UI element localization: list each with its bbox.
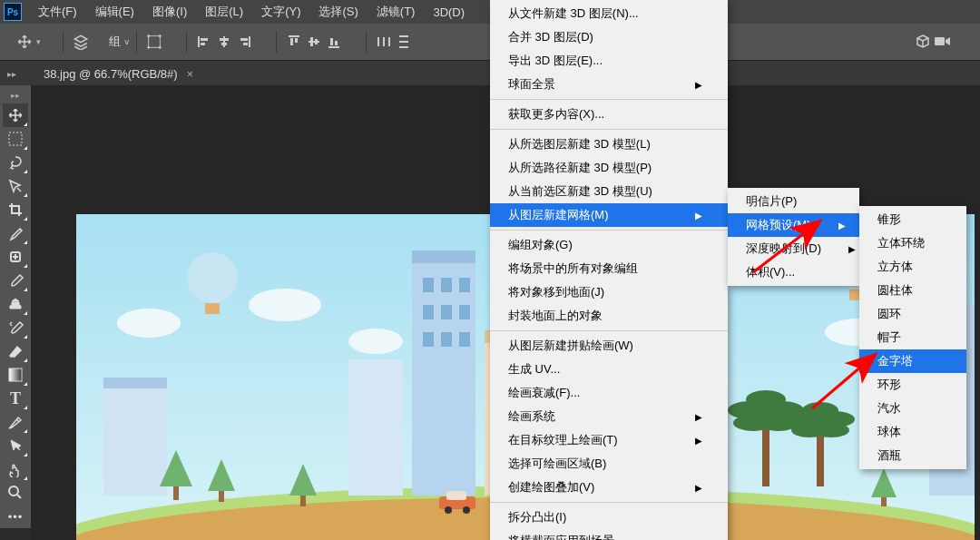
menu3d-item-3[interactable]: 球面全景▶ (490, 73, 728, 96)
clone-stamp-tool[interactable] (3, 292, 28, 316)
submenu-preset-item-0[interactable]: 锥形 (859, 208, 966, 231)
chevron-down-icon[interactable]: ⅴ (124, 37, 129, 46)
menu3d-item-19[interactable]: 绘画衰减(F)... (490, 381, 728, 405)
submenu-preset-item-3[interactable]: 圆柱体 (859, 279, 966, 302)
menu3d-item-14[interactable]: 将对象移到地面(J) (490, 280, 728, 304)
svg-rect-85 (446, 491, 466, 500)
document-tab[interactable]: 38.jpg @ 66.7%(RGB/8#) × (34, 64, 202, 84)
align-bottom-icon[interactable] (324, 32, 344, 52)
eraser-tool[interactable] (3, 339, 28, 363)
svg-point-87 (463, 506, 470, 514)
collapse-toolbox-icon[interactable]: ▸▸ (11, 91, 20, 100)
distribute-v-icon[interactable] (394, 32, 414, 52)
hand-tool[interactable] (3, 457, 28, 481)
menu-item-label: 在目标纹理上绘画(T) (508, 432, 618, 448)
submenu-preset-item-5[interactable]: 帽子 (859, 326, 966, 349)
submenu-arrow-icon: ▶ (848, 244, 856, 254)
menu3d-item-15[interactable]: 封装地面上的对象 (490, 304, 728, 328)
menu-item-label: 将横截面应用到场景 (508, 533, 614, 540)
submenu-preset-item-10[interactable]: 酒瓶 (859, 444, 966, 467)
menu-item-label: 封装地面上的对象 (508, 308, 603, 324)
gradient-tool[interactable] (3, 363, 28, 387)
svg-point-38 (249, 289, 321, 321)
brush-tool[interactable] (3, 269, 28, 292)
expand-tabs-icon[interactable]: ▸▸ (7, 69, 16, 79)
submenu-preset-item-8[interactable]: 汽水 (859, 397, 966, 420)
menu3d-item-9[interactable]: 从当前选区新建 3D 模型(U) (490, 180, 728, 203)
3d-mode-icon[interactable] (913, 32, 933, 52)
menu-filter[interactable]: 滤镜(T) (368, 0, 425, 24)
camera-icon[interactable] (933, 32, 953, 52)
svg-rect-16 (295, 38, 298, 43)
menu3d-item-25[interactable]: 拆分凸出(I) (490, 506, 728, 529)
menu3d-item-23[interactable]: 创建绘图叠加(V)▶ (490, 476, 728, 499)
menu-edit[interactable]: 编辑(E) (86, 0, 143, 24)
submenu-mesh-item-0[interactable]: 明信片(P) (728, 190, 859, 213)
menu-select[interactable]: 选择(S) (309, 0, 367, 24)
eyedropper-tool[interactable] (3, 221, 28, 245)
menu3d-item-18[interactable]: 生成 UV... (490, 358, 728, 381)
submenu-preset-item-9[interactable]: 球体 (859, 420, 966, 444)
menu3d-item-22[interactable]: 选择可绘画区域(B) (490, 452, 728, 476)
align-right-icon[interactable] (234, 32, 254, 52)
menu-image[interactable]: 图像(I) (143, 0, 196, 24)
crop-tool[interactable] (3, 198, 28, 221)
svg-point-81 (813, 423, 849, 437)
auto-select-toggle[interactable] (71, 32, 91, 52)
align-left-icon[interactable] (194, 32, 214, 52)
menu-layer[interactable]: 图层(L) (196, 0, 252, 24)
edit-toolbar[interactable]: ••• (3, 505, 28, 528)
menu3d-item-12[interactable]: 编组对象(G) (490, 233, 728, 257)
separator (186, 31, 187, 53)
submenu-preset-item-4[interactable]: 圆环 (859, 302, 966, 326)
menu3d-item-20[interactable]: 绘画系统▶ (490, 405, 728, 428)
menu-type[interactable]: 文字(Y) (252, 0, 309, 24)
pen-tool[interactable] (3, 410, 28, 434)
menu3d-item-13[interactable]: 将场景中的所有对象编组 (490, 257, 728, 280)
submenu-mesh-item-1[interactable]: 网格预设(M)▶ (728, 213, 859, 237)
tool-preset-button[interactable]: ▾ (15, 32, 41, 52)
svg-rect-56 (441, 278, 452, 292)
svg-rect-13 (243, 43, 248, 45)
distribute-h-icon[interactable] (374, 32, 394, 52)
lasso-tool[interactable] (3, 151, 28, 174)
menu-file[interactable]: 文件(F) (29, 0, 86, 24)
menu3d-item-0[interactable]: 从文件新建 3D 图层(N)... (490, 2, 728, 25)
quick-select-tool[interactable] (3, 174, 28, 198)
marquee-tool[interactable] (3, 127, 28, 151)
history-brush-tool[interactable] (3, 316, 28, 339)
direct-select-tool[interactable] (3, 434, 28, 457)
submenu-preset-item-2[interactable]: 立方体 (859, 255, 966, 279)
menu3d-item-17[interactable]: 从图层新建拼贴绘画(W) (490, 334, 728, 358)
menu3d-item-1[interactable]: 合并 3D 图层(D) (490, 25, 728, 49)
menu3d-item-5[interactable]: 获取更多内容(X)... (490, 103, 728, 126)
svg-rect-12 (240, 38, 248, 41)
menu3d-item-26[interactable]: 将横截面应用到场景 (490, 529, 728, 540)
align-top-icon[interactable] (284, 32, 304, 52)
menu-3d[interactable]: 3D(D) (424, 2, 474, 23)
align-middle-v-icon[interactable] (304, 32, 324, 52)
submenu-mesh-item-2[interactable]: 深度映射到(D)▶ (728, 237, 859, 260)
svg-point-42 (187, 252, 238, 303)
close-tab-button[interactable]: × (187, 67, 194, 81)
menu3d-item-7[interactable]: 从所选图层新建 3D 模型(L) (490, 133, 728, 156)
transform-controls-icon[interactable] (144, 32, 164, 52)
menu3d-item-8[interactable]: 从所选路径新建 3D 模型(P) (490, 156, 728, 180)
menu-item-label: 将对象移到地面(J) (508, 284, 604, 300)
menu3d-item-2[interactable]: 导出 3D 图层(E)... (490, 49, 728, 73)
submenu-preset-item-1[interactable]: 立体环绕 (859, 231, 966, 255)
submenu-preset-item-7[interactable]: 环形 (859, 373, 966, 397)
svg-rect-55 (423, 278, 434, 292)
svg-rect-65 (173, 486, 179, 500)
move-tool[interactable] (3, 103, 28, 127)
svg-rect-8 (223, 36, 225, 47)
align-center-h-icon[interactable] (214, 32, 234, 52)
type-tool[interactable]: T (3, 387, 28, 410)
menu3d-item-21[interactable]: 在目标纹理上绘画(T)▶ (490, 428, 728, 452)
submenu-mesh-item-3[interactable]: 体积(V)... (728, 260, 859, 284)
spot-heal-tool[interactable] (3, 245, 28, 269)
menu-item-label: 深度映射到(D) (746, 241, 821, 257)
zoom-tool[interactable] (3, 481, 28, 505)
menu3d-item-10[interactable]: 从图层新建网格(M)▶ (490, 203, 728, 227)
submenu-preset-item-6[interactable]: 金字塔 (859, 349, 966, 373)
